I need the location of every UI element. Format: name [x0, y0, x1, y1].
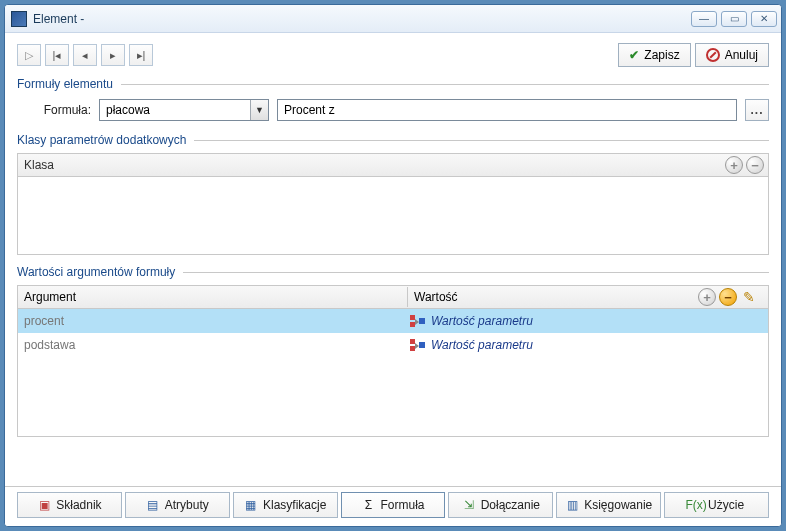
tab-uzycie[interactable]: F(x) Użycie: [664, 492, 769, 518]
tab-label: Atrybuty: [165, 498, 209, 512]
divider: [194, 140, 769, 141]
tab-skladnik[interactable]: ▣ Składnik: [17, 492, 122, 518]
argument-name: podstawa: [18, 335, 408, 355]
remove-klasa-button[interactable]: −: [746, 156, 764, 174]
section-formulas: Formuły elementu: [17, 77, 769, 91]
window-title: Element -: [33, 12, 691, 26]
section-wartosci: Wartości argumentów formuły: [17, 265, 769, 279]
close-button[interactable]: ✕: [751, 11, 777, 27]
tab-label: Dołączanie: [481, 498, 540, 512]
divider: [183, 272, 769, 273]
section-klasy-label: Klasy parametrów dodatkowych: [17, 133, 186, 147]
tab-label: Składnik: [56, 498, 101, 512]
nav-prev-icon[interactable]: ◂: [73, 44, 97, 66]
nav-play-icon[interactable]: ▷: [17, 44, 41, 66]
tab-atrybuty[interactable]: ▤ Atrybuty: [125, 492, 230, 518]
cancel-icon: [706, 48, 720, 62]
tab-formula[interactable]: Σ Formuła: [341, 492, 446, 518]
tab-label: Użycie: [708, 498, 744, 512]
save-button[interactable]: ✔ Zapisz: [618, 43, 690, 67]
argument-column: Argument: [18, 287, 408, 307]
element-window: Element - — ▭ ✕ ▷ |◂ ◂ ▸ ▸| ✔ Zapisz Anu…: [4, 4, 782, 527]
component-icon: ▣: [37, 498, 51, 512]
nav-next-icon[interactable]: ▸: [101, 44, 125, 66]
klasa-header: Klasa + −: [17, 153, 769, 177]
nav-first-icon[interactable]: |◂: [45, 44, 69, 66]
section-klasy: Klasy parametrów dodatkowych: [17, 133, 769, 147]
formula-type-combo[interactable]: płacowa ▼: [99, 99, 269, 121]
add-klasa-button[interactable]: +: [725, 156, 743, 174]
usage-icon: F(x): [689, 498, 703, 512]
value-column: Wartość: [414, 290, 458, 304]
minimize-button[interactable]: —: [691, 11, 717, 27]
tab-ksiegowanie[interactable]: ▥ Księgowanie: [556, 492, 661, 518]
window-controls: — ▭ ✕: [691, 11, 777, 27]
check-icon: ✔: [629, 48, 639, 62]
classifications-icon: ▦: [244, 498, 258, 512]
tab-label: Klasyfikacje: [263, 498, 326, 512]
save-label: Zapisz: [644, 48, 679, 62]
section-formulas-label: Formuły elementu: [17, 77, 113, 91]
tab-dolaczanie[interactable]: ⇲ Dołączanie: [448, 492, 553, 518]
formula-type-value: płacowa: [100, 100, 250, 120]
tab-label: Formuła: [381, 498, 425, 512]
tab-label: Księgowanie: [584, 498, 652, 512]
divider: [121, 84, 769, 85]
attach-icon: ⇲: [462, 498, 476, 512]
section-wartosci-label: Wartości argumentów formuły: [17, 265, 175, 279]
argument-value: Wartość parametru: [431, 314, 533, 328]
formula-name-input[interactable]: Procent z: [277, 99, 737, 121]
bottom-tabs: ▣ Składnik ▤ Atrybuty ▦ Klasyfikacje Σ F…: [5, 486, 781, 526]
chevron-down-icon[interactable]: ▼: [250, 100, 268, 120]
nav-last-icon[interactable]: ▸|: [129, 44, 153, 66]
edit-argument-button[interactable]: ✎: [740, 288, 758, 306]
parameter-icon: [410, 338, 426, 352]
formula-icon: Σ: [362, 498, 376, 512]
argument-name: procent: [18, 311, 408, 331]
add-argument-button[interactable]: +: [698, 288, 716, 306]
more-button[interactable]: ...: [745, 99, 769, 121]
formula-label: Formuła:: [31, 103, 91, 117]
cancel-button[interactable]: Anuluj: [695, 43, 769, 67]
parameter-icon: [410, 314, 426, 328]
tab-klasyfikacje[interactable]: ▦ Klasyfikacje: [233, 492, 338, 518]
argument-value: Wartość parametru: [431, 338, 533, 352]
argument-row[interactable]: procent Wartość parametru: [18, 309, 768, 333]
argument-row[interactable]: podstawa Wartość parametru: [18, 333, 768, 357]
klasa-column: Klasa: [18, 155, 60, 175]
top-toolbar: ▷ |◂ ◂ ▸ ▸| ✔ Zapisz Anuluj: [17, 43, 769, 67]
attributes-icon: ▤: [146, 498, 160, 512]
klasa-grid: Klasa + −: [17, 153, 769, 255]
formula-row: Formuła: płacowa ▼ Procent z ...: [17, 97, 769, 123]
accounting-icon: ▥: [565, 498, 579, 512]
titlebar: Element - — ▭ ✕: [5, 5, 781, 33]
klasa-body[interactable]: [17, 177, 769, 255]
arguments-header: Argument Wartość + − ✎: [17, 285, 769, 309]
content-area: ▷ |◂ ◂ ▸ ▸| ✔ Zapisz Anuluj Formuły elem…: [5, 33, 781, 486]
app-icon: [11, 11, 27, 27]
cancel-label: Anuluj: [725, 48, 758, 62]
maximize-button[interactable]: ▭: [721, 11, 747, 27]
arguments-grid: Argument Wartość + − ✎ procent Wartość p…: [17, 285, 769, 437]
arguments-body: procent Wartość parametru podstawa Warto…: [17, 309, 769, 437]
remove-argument-button[interactable]: −: [719, 288, 737, 306]
